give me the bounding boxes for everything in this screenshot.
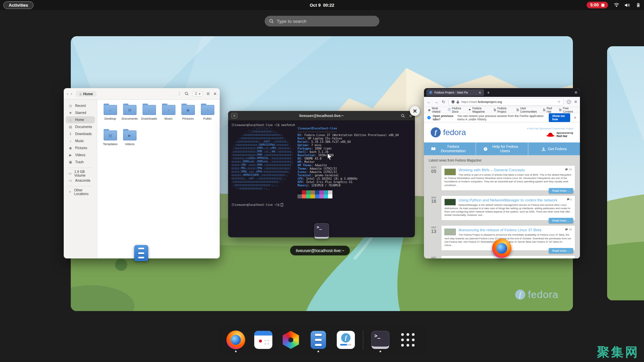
comment-count: 20 bbox=[565, 168, 572, 171]
search-icon[interactable] bbox=[401, 114, 405, 118]
calendar-icon bbox=[254, 331, 272, 349]
read-more-button[interactable]: Read more ... bbox=[549, 188, 574, 193]
article-title[interactable]: Using Python and NetworkManager to contr… bbox=[444, 198, 572, 202]
firefox-app-badge[interactable] bbox=[492, 239, 512, 258]
sidebar-item[interactable]: ♪ Music bbox=[66, 137, 95, 144]
dock-firefox[interactable] bbox=[225, 326, 246, 354]
sidebar-item[interactable]: ◷ Recent bbox=[66, 102, 95, 109]
dock-files[interactable] bbox=[308, 326, 329, 354]
forward-icon[interactable]: › bbox=[70, 91, 72, 96]
show-me-how-button[interactable]: Show me how bbox=[549, 113, 570, 122]
search-bar[interactable] bbox=[265, 16, 379, 26]
workspace-preview-next[interactable] bbox=[607, 46, 644, 300]
hamburger-menu-icon[interactable]: ≡ bbox=[574, 99, 577, 104]
folder-item[interactable]: ∴ Public bbox=[198, 105, 217, 130]
running-indicator bbox=[318, 351, 319, 352]
folder-emblem-icon: ▤ bbox=[104, 130, 117, 140]
browser-tab[interactable]: f Fedora Project - Start Pa ✕ bbox=[426, 89, 484, 96]
sidebar-item[interactable]: ▤ Documents bbox=[66, 123, 95, 130]
sidebar-item[interactable]: ⌂ Home bbox=[66, 116, 95, 123]
fedora-logo[interactable]: f fedora bbox=[431, 127, 466, 137]
tab-close-icon[interactable]: ✕ bbox=[479, 91, 481, 95]
activities-button[interactable]: Activities bbox=[3, 1, 34, 9]
sidebar-item[interactable]: ▣ Trash bbox=[66, 159, 95, 166]
search-icon[interactable] bbox=[185, 92, 189, 96]
folder-item[interactable]: ⌂ Desktop bbox=[101, 105, 120, 130]
sidebar-item[interactable]: ↧ Downloads bbox=[66, 130, 95, 137]
comment-count: 6 bbox=[567, 198, 572, 201]
list-view-icon: ☰ bbox=[195, 92, 197, 96]
reload-icon[interactable]: ↻ bbox=[442, 100, 445, 104]
nav-get-fedora[interactable]: Get Fedora bbox=[528, 142, 580, 155]
close-icon[interactable]: ✕ bbox=[213, 92, 217, 96]
sidebar-item-icon: ▭ bbox=[68, 172, 71, 175]
search-input[interactable] bbox=[277, 19, 375, 24]
new-tab-button[interactable]: + bbox=[487, 90, 490, 95]
close-window-button[interactable]: ✕ bbox=[410, 106, 420, 116]
terminal-prompt[interactable]: [liveuser@localhost-live ~]$ bbox=[231, 203, 412, 206]
bookmark-star-icon[interactable]: ☆ bbox=[557, 100, 561, 104]
bookmark-item[interactable]: User Communities bbox=[517, 107, 539, 113]
nav-help-for-fedora-users[interactable]: ? Help for Fedora Users bbox=[476, 142, 528, 155]
question-circle-icon: ? bbox=[484, 147, 487, 151]
read-more-button[interactable]: Read more ... bbox=[549, 218, 574, 223]
back-icon[interactable]: ‹ bbox=[67, 91, 68, 96]
folder-icon: ▶ bbox=[123, 130, 137, 140]
kebab-menu-icon[interactable]: ⋮ bbox=[177, 92, 181, 96]
files-app-badge[interactable] bbox=[134, 245, 148, 261]
comment-bubble-icon bbox=[567, 198, 570, 201]
sidebar-item[interactable]: ★ Starred bbox=[66, 109, 95, 116]
files-icon bbox=[311, 331, 326, 349]
folder-emblem-icon: ▶ bbox=[123, 130, 137, 140]
forward-icon[interactable]: → bbox=[434, 100, 438, 104]
breadcrumb[interactable]: ⌂ Home bbox=[76, 91, 97, 97]
sidebar-item[interactable]: ▭ Anaconda bbox=[66, 177, 95, 184]
terminal-window[interactable]: + liveuser@localhost-live:~ ≡ [liveuser@… bbox=[228, 111, 415, 237]
folder-item[interactable]: ▶ Videos bbox=[120, 130, 140, 156]
article-title[interactable]: Working with Btrfs – General Concepts bbox=[444, 168, 572, 172]
new-tab-icon[interactable]: + bbox=[231, 113, 237, 119]
hamburger-menu-icon[interactable]: ≡ bbox=[207, 91, 210, 97]
stop-recording-icon[interactable] bbox=[601, 4, 604, 7]
bookmark-item[interactable]: Red Hat bbox=[543, 107, 555, 113]
bookmark-item[interactable]: ◉ Most Visited bbox=[428, 107, 443, 113]
bookmark-item[interactable]: ⚑ Fedora Magazine bbox=[469, 107, 489, 113]
folder-item[interactable]: ◉ Pictures bbox=[178, 105, 198, 130]
url-bar[interactable]: https://start.fedoraproject.org ☆ bbox=[448, 98, 564, 106]
article-title[interactable]: Announcing the release of Fedora Linux 3… bbox=[444, 228, 572, 232]
screen-recording-indicator[interactable]: 5:00 bbox=[587, 2, 608, 8]
window-close-icon[interactable]: ✕ bbox=[574, 90, 578, 95]
read-more-button[interactable]: Read more ... bbox=[549, 248, 574, 253]
sidebar-item[interactable]: ▭ 1.9 GB Volume bbox=[66, 170, 95, 177]
neofetch-info-line: Packages1888 (rpm) bbox=[298, 147, 399, 150]
terminal-app-badge[interactable]: >_ bbox=[314, 223, 329, 239]
folder-item[interactable]: ▤ Templates bbox=[101, 130, 120, 156]
lock-icon[interactable] bbox=[457, 100, 459, 104]
sidebar-item[interactable]: + Other Locations bbox=[66, 188, 95, 195]
bookmark-item[interactable]: Fedora Project bbox=[494, 107, 512, 113]
clock[interactable]: Oct 9 00:22 bbox=[310, 3, 334, 8]
firefox-window[interactable]: f Fedora Project - Start Pa ✕ + ✕ ← → ↻ … bbox=[424, 88, 580, 258]
folder-item[interactable]: ♪ Music bbox=[159, 105, 178, 130]
bookmark-item[interactable]: ⓕ Fedora Docs bbox=[448, 107, 464, 113]
system-status-area[interactable]: 5:00 bbox=[587, 2, 641, 8]
dock-app-grid[interactable] bbox=[397, 326, 418, 354]
pocket-icon[interactable]: ∨ bbox=[567, 100, 571, 104]
dock-photos[interactable] bbox=[280, 326, 301, 354]
files-window[interactable]: ‹ › ⌂ Home ⋮ ☰▾ ≡ ✕ ◷ Recent ★ Starred ⌂ bbox=[64, 88, 220, 258]
article-title[interactable]: Manual action required to update Fedora … bbox=[444, 258, 572, 258]
dock-calendar[interactable] bbox=[253, 326, 274, 354]
back-icon[interactable]: ← bbox=[427, 100, 431, 104]
view-toggle-button[interactable]: ☰▾ bbox=[192, 91, 203, 97]
folder-item[interactable]: ▤ Documents bbox=[120, 105, 140, 130]
bookmark-item[interactable]: Free Content bbox=[559, 107, 576, 113]
news-article: SEP 16 6 Using Python and NetworkManager… bbox=[429, 195, 575, 221]
dock-terminal[interactable]: >_ bbox=[370, 326, 391, 354]
folder-item[interactable]: ↓ Downloads bbox=[140, 105, 159, 130]
nav-fedora-documentation[interactable]: Fedora Documentation bbox=[424, 142, 476, 155]
close-icon[interactable]: ✕ bbox=[574, 116, 577, 120]
sidebar-item[interactable]: ▶ Videos bbox=[66, 152, 95, 159]
sidebar-item[interactable]: ◉ Pictures bbox=[66, 144, 95, 152]
shield-icon[interactable] bbox=[451, 100, 454, 104]
dock-fedora-media-writer[interactable]: f bbox=[335, 326, 356, 354]
